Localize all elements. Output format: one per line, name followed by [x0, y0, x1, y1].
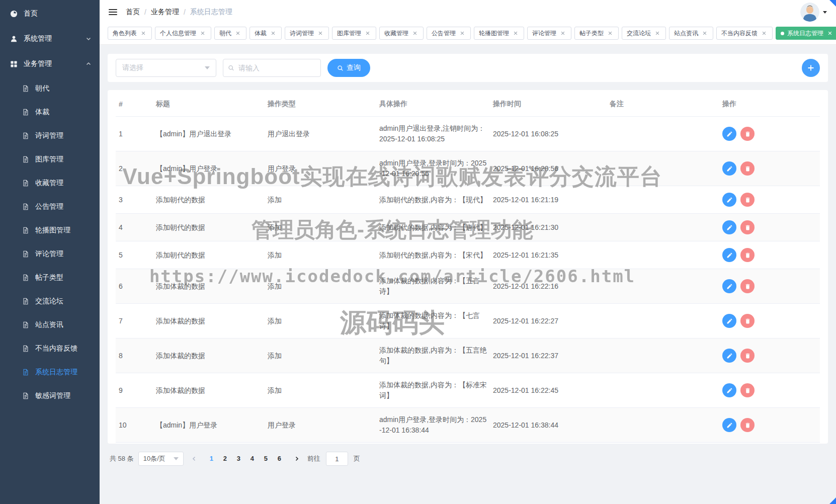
delete-button[interactable]	[740, 383, 755, 397]
tab-label: 收藏管理	[384, 29, 408, 38]
tab-favorites-management[interactable]: 收藏管理	[379, 27, 424, 40]
cell-time: 2025-12-01 16:22:16	[493, 269, 610, 304]
avatar[interactable]	[800, 3, 819, 22]
tab-close-icon[interactable]	[459, 30, 466, 37]
tab-carousel-management[interactable]: 轮播图管理	[474, 27, 524, 40]
tab-close-icon[interactable]	[411, 30, 419, 37]
tab-role-list[interactable]: 角色列表	[108, 27, 152, 40]
sidebar-subitem-forum[interactable]: 交流论坛	[0, 289, 100, 313]
edit-button[interactable]	[722, 314, 736, 328]
tab-label: 朝代	[219, 29, 231, 38]
table-row: 3添加朝代的数据添加添加朝代的数据,内容为：【现代】2025-12-01 16:…	[116, 186, 820, 214]
tab-poetry-management[interactable]: 诗词管理	[285, 27, 329, 40]
caret-down-icon[interactable]	[823, 11, 827, 14]
page-number-button[interactable]: 3	[232, 452, 245, 466]
avatar-image	[800, 3, 819, 22]
tab-inappropriate-content-feedback[interactable]: 不当内容反馈	[716, 27, 773, 40]
sidebar-subitem-announcement-management[interactable]: 公告管理	[0, 195, 100, 218]
prev-page-button[interactable]	[188, 456, 200, 462]
user-area	[800, 3, 827, 22]
tab-post-type[interactable]: 帖子类型	[574, 27, 619, 40]
sidebar-subitem-sensitive-word-management[interactable]: 敏感词管理	[0, 384, 100, 407]
trash-icon	[744, 318, 751, 324]
delete-button[interactable]	[740, 193, 755, 207]
edit-button[interactable]	[722, 127, 736, 141]
sidebar-subitem-genre[interactable]: 体裁	[0, 100, 100, 124]
sidebar-subitem-inappropriate-content-feedback[interactable]: 不当内容反馈	[0, 337, 100, 360]
delete-button[interactable]	[740, 127, 755, 141]
edit-button[interactable]	[722, 279, 736, 293]
sidebar-subitem-post-type[interactable]: 帖子类型	[0, 266, 100, 289]
breadcrumb-item[interactable]: 业务管理	[151, 8, 179, 17]
edit-button[interactable]	[722, 193, 736, 207]
tab-close-icon[interactable]	[512, 30, 519, 37]
sidebar-item-business-management[interactable]: 业务管理	[0, 51, 100, 76]
tab-close-icon[interactable]	[826, 30, 833, 37]
tab-comment-management[interactable]: 评论管理	[527, 27, 571, 40]
tab-close-icon[interactable]	[701, 30, 708, 37]
delete-button[interactable]	[740, 314, 755, 328]
breadcrumb-item[interactable]: 首页	[126, 8, 140, 17]
sidebar-subitem-comment-management[interactable]: 评论管理	[0, 242, 100, 266]
edit-button[interactable]	[722, 220, 736, 234]
goto-page-input[interactable]	[326, 452, 348, 466]
page-number-button[interactable]: 4	[245, 452, 259, 466]
sidebar-subitem-dynasty[interactable]: 朝代	[0, 76, 100, 100]
sidebar-toggle-button[interactable]	[108, 7, 118, 17]
delete-button[interactable]	[740, 161, 755, 176]
tab-close-icon[interactable]	[140, 30, 147, 37]
sidebar-subitem-label: 不当内容反馈	[35, 344, 77, 353]
tab-close-icon[interactable]	[234, 30, 241, 37]
page-number-button[interactable]: 5	[259, 452, 273, 466]
delete-button[interactable]	[740, 220, 755, 234]
column-header: 标题	[156, 92, 268, 117]
page-size-select[interactable]: 10条/页	[138, 452, 184, 466]
search-input[interactable]	[223, 59, 321, 77]
edit-button[interactable]	[722, 418, 736, 432]
delete-button[interactable]	[740, 248, 755, 262]
cell-type: 添加	[268, 339, 379, 373]
tab-close-icon[interactable]	[654, 30, 661, 37]
tab-close-icon[interactable]	[607, 30, 614, 37]
delete-button[interactable]	[740, 418, 755, 432]
search-button[interactable]: 查询	[327, 59, 370, 77]
page-number-button[interactable]: 1	[205, 452, 218, 466]
tab-genre[interactable]: 体裁	[249, 27, 282, 40]
edit-button[interactable]	[722, 383, 736, 397]
sidebar-subitem-carousel-management[interactable]: 轮播图管理	[0, 218, 100, 242]
sidebar-subitem-system-log-management[interactable]: 系统日志管理	[0, 360, 100, 384]
page-number-button[interactable]: 6	[273, 452, 286, 466]
search-icon	[228, 65, 234, 71]
tab-announcement-management[interactable]: 公告管理	[427, 27, 471, 40]
delete-button[interactable]	[740, 279, 755, 293]
add-button[interactable]	[802, 59, 820, 77]
tab-dynasty[interactable]: 朝代	[214, 27, 246, 40]
tab-close-icon[interactable]	[270, 30, 277, 37]
tab-gallery-management[interactable]: 图库管理	[332, 27, 376, 40]
sidebar-subitem-site-news[interactable]: 站点资讯	[0, 313, 100, 337]
tab-close-icon[interactable]	[559, 30, 566, 37]
page-number-button[interactable]: 2	[218, 452, 232, 466]
tab-close-icon[interactable]	[761, 30, 768, 37]
tab-close-icon[interactable]	[317, 30, 324, 37]
sidebar-subitem-poetry-management[interactable]: 诗词管理	[0, 124, 100, 147]
sidebar-item-system-management[interactable]: 系统管理	[0, 26, 100, 51]
sidebar-item-home[interactable]: 首页	[0, 1, 100, 26]
tab-forum[interactable]: 交流论坛	[622, 27, 666, 40]
tab-profile-management[interactable]: 个人信息管理	[155, 27, 211, 40]
breadcrumb-item: 系统日志管理	[190, 8, 232, 17]
edit-button[interactable]	[722, 161, 736, 176]
search-input-wrap	[223, 59, 321, 77]
sidebar-subitem-gallery-management[interactable]: 图库管理	[0, 147, 100, 171]
filter-select[interactable]: 请选择	[116, 59, 216, 77]
edit-button[interactable]	[722, 248, 736, 262]
tab-site-news[interactable]: 站点资讯	[669, 27, 713, 40]
tab-system-log-management[interactable]: 系统日志管理	[776, 27, 836, 40]
tab-close-icon[interactable]	[364, 30, 371, 37]
cell-title: 【admin】用户退出登录	[156, 117, 268, 151]
next-page-button[interactable]	[291, 456, 303, 462]
sidebar-subitem-favorites-management[interactable]: 收藏管理	[0, 171, 100, 195]
tab-close-icon[interactable]	[199, 30, 206, 37]
edit-button[interactable]	[722, 349, 736, 363]
delete-button[interactable]	[740, 349, 755, 363]
